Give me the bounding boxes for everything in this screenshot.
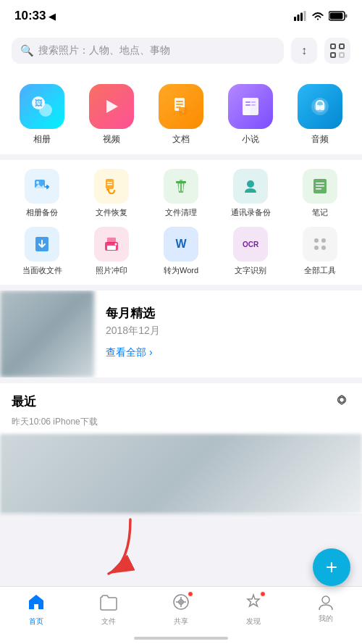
svg-text:🖼: 🖼 bbox=[35, 99, 43, 107]
audio-icon bbox=[298, 84, 342, 129]
current-file-label: 当面收文件 bbox=[22, 265, 62, 276]
all-tools-icon bbox=[303, 227, 337, 262]
album-backup-label: 相册备份 bbox=[26, 207, 58, 218]
svg-rect-2 bbox=[300, 13, 303, 22]
svg-rect-6 bbox=[345, 14, 348, 18]
all-tools-label: 全部工具 bbox=[304, 265, 336, 276]
album-backup-icon bbox=[25, 169, 59, 204]
discover-tab-label: 发现 bbox=[246, 616, 261, 627]
svg-rect-35 bbox=[107, 184, 112, 185]
tab-mine[interactable]: 我的 bbox=[290, 593, 362, 624]
recent-section: 最近 昨天10:06 iPhone下载 bbox=[0, 383, 362, 514]
search-icon: 🔍 bbox=[20, 44, 34, 57]
svg-text:-: - bbox=[182, 108, 185, 114]
video-icon bbox=[89, 84, 134, 129]
ocr-icon: OCR bbox=[233, 227, 268, 262]
svg-rect-8 bbox=[331, 44, 335, 49]
share-tab-label: 共享 bbox=[174, 616, 188, 627]
tool-file-recover[interactable]: 文件恢复 bbox=[77, 169, 146, 218]
tab-files[interactable]: 文件 bbox=[72, 593, 145, 627]
recent-date: 昨天10:06 iPhone下载 bbox=[0, 416, 362, 434]
main-app-audio[interactable]: 音频 bbox=[298, 84, 342, 146]
files-tab-label: 文件 bbox=[101, 616, 116, 627]
search-bar[interactable]: 🔍 搜索照片：人物、地点、事物 bbox=[12, 38, 284, 64]
svg-rect-45 bbox=[107, 246, 116, 250]
tool-ocr[interactable]: OCR 文字识别 bbox=[216, 227, 285, 276]
tools-grid: 相册备份 文件恢复 bbox=[7, 169, 355, 276]
tab-home[interactable]: 首页 bbox=[0, 593, 72, 627]
main-app-doc[interactable]: - 文档 bbox=[159, 84, 203, 146]
album-icon: 🖼 bbox=[20, 84, 64, 129]
main-apps-row: 🖼 相册 视频 - bbox=[0, 84, 362, 146]
tool-current-file[interactable]: 当面收文件 bbox=[7, 227, 77, 276]
battery-icon bbox=[329, 11, 348, 21]
recent-eye-button[interactable] bbox=[333, 393, 350, 410]
monthly-link[interactable]: 查看全部 › bbox=[106, 346, 160, 359]
mine-tab-label: 我的 bbox=[319, 614, 333, 624]
svg-rect-23 bbox=[243, 98, 251, 115]
svg-point-49 bbox=[314, 246, 319, 250]
svg-point-50 bbox=[321, 246, 326, 250]
tab-share[interactable]: 共享 bbox=[145, 593, 217, 627]
svg-rect-26 bbox=[251, 101, 256, 103]
tools-section: 相册备份 文件恢复 bbox=[0, 160, 362, 285]
fab-plus-icon: + bbox=[326, 557, 337, 577]
monthly-title: 每月精选 bbox=[106, 305, 160, 322]
share-badge-container bbox=[172, 593, 190, 614]
tool-album-backup[interactable]: 相册备份 bbox=[7, 169, 77, 218]
contacts-label: 通讯录备份 bbox=[231, 207, 271, 218]
doc-label: 文档 bbox=[172, 133, 190, 146]
monthly-section: 每月精选 2018年12月 查看全部 › bbox=[0, 290, 362, 377]
main-app-novel[interactable]: 小说 bbox=[228, 84, 273, 146]
photo-print-label: 照片冲印 bbox=[96, 265, 127, 276]
to-word-icon: W bbox=[164, 227, 198, 262]
svg-point-37 bbox=[247, 180, 254, 188]
tool-contacts-backup[interactable]: 通讯录备份 bbox=[216, 169, 285, 218]
ocr-label: 文字识别 bbox=[235, 265, 266, 276]
tool-all-tools[interactable]: 全部工具 bbox=[285, 227, 355, 276]
wifi-icon bbox=[311, 11, 324, 21]
svg-rect-18 bbox=[176, 104, 183, 105]
tool-notes[interactable]: 笔记 bbox=[285, 169, 355, 218]
current-file-icon bbox=[25, 227, 59, 262]
svg-rect-27 bbox=[251, 104, 256, 106]
svg-text:↕: ↕ bbox=[301, 44, 307, 57]
tab-discover[interactable]: 发现 bbox=[217, 593, 290, 627]
svg-rect-1 bbox=[298, 14, 300, 21]
svg-marker-15 bbox=[106, 100, 118, 113]
svg-point-57 bbox=[322, 596, 329, 603]
signal-icon bbox=[294, 11, 307, 21]
svg-rect-0 bbox=[294, 17, 296, 21]
main-app-video[interactable]: 视频 bbox=[89, 84, 134, 146]
monthly-subtitle: 2018年12月 bbox=[106, 325, 160, 338]
share-badge bbox=[188, 591, 193, 597]
search-placeholder: 搜索照片：人物、地点、事物 bbox=[38, 44, 170, 57]
svg-rect-10 bbox=[331, 53, 335, 57]
mine-tab-icon bbox=[316, 593, 335, 611]
fab-add-button[interactable]: + bbox=[313, 548, 350, 586]
main-app-album[interactable]: 🖼 相册 bbox=[20, 84, 64, 146]
photo-print-icon bbox=[94, 227, 129, 262]
status-icons bbox=[294, 11, 348, 21]
to-word-label: 转为Word bbox=[164, 265, 198, 276]
audio-label: 音频 bbox=[311, 133, 329, 146]
recent-thumbnail bbox=[0, 434, 362, 514]
svg-rect-17 bbox=[176, 101, 183, 102]
svg-rect-34 bbox=[107, 182, 112, 183]
search-section: 🔍 搜索照片：人物、地点、事物 ↕ bbox=[0, 32, 362, 72]
monthly-thumbnail bbox=[0, 290, 94, 377]
tool-file-clean[interactable]: 文件清理 bbox=[146, 169, 216, 218]
sort-button[interactable]: ↕ bbox=[291, 38, 317, 64]
novel-icon bbox=[228, 84, 273, 129]
status-time: 10:33 bbox=[14, 9, 46, 23]
tool-to-word[interactable]: W 转为Word bbox=[146, 227, 216, 276]
scan-button[interactable] bbox=[324, 38, 350, 64]
recent-header: 最近 bbox=[0, 383, 362, 416]
tool-photo-print[interactable]: 照片冲印 bbox=[77, 227, 146, 276]
svg-rect-5 bbox=[330, 13, 343, 20]
file-clean-label: 文件清理 bbox=[165, 207, 197, 218]
svg-point-31 bbox=[36, 181, 39, 184]
novel-label: 小说 bbox=[242, 133, 259, 146]
svg-rect-40 bbox=[316, 185, 324, 187]
home-tab-icon bbox=[27, 593, 46, 614]
